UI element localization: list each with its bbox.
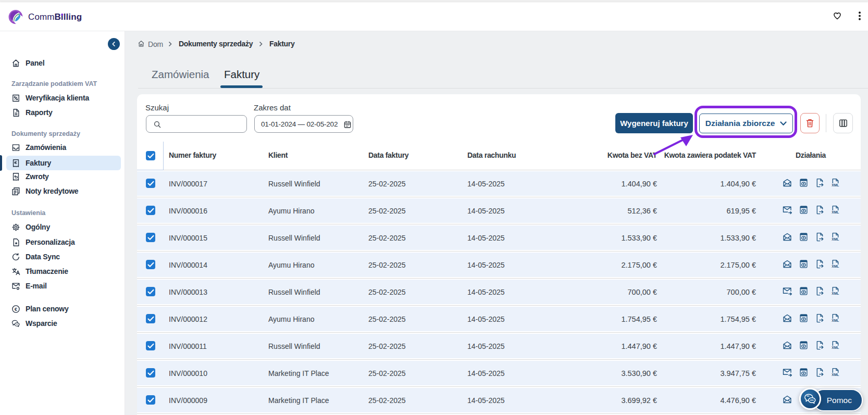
svg-text:XML: XML	[832, 237, 839, 241]
svg-text:XML: XML	[832, 346, 839, 349]
svg-text:XML: XML	[832, 183, 839, 187]
svg-text:€: €	[15, 306, 18, 311]
svg-text:XML: XML	[832, 373, 839, 376]
svg-text:XML: XML	[832, 210, 839, 214]
svg-text:XML: XML	[832, 319, 839, 322]
svg-text:XML: XML	[832, 265, 839, 268]
svg-text:XML: XML	[832, 292, 839, 295]
